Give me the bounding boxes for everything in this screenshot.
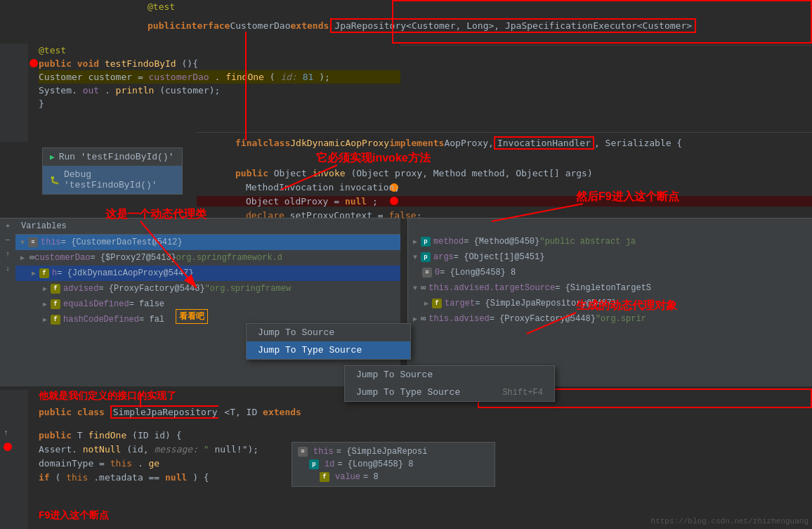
context-menu-1: Jump To Source Jump To Type Source [246,323,411,360]
var-row-this[interactable]: ▼ ≡ this = {CustomerDaoTest@5412} [15,235,400,250]
down-icon[interactable]: ↓ [6,264,11,273]
expand-icon-advised[interactable]: ▶ [41,285,49,293]
var-name-hashcode: hashCodeDefined [63,315,139,325]
run-label[interactable]: Run 'testFindoById()' [59,152,174,162]
expand-icon[interactable]: ▼ [18,238,27,247]
bottom-gutter: ↑ [0,390,28,529]
var-name-0: 0 [435,268,440,277]
var-row-args-0[interactable]: ≡ 0 = {Long@5458} 8 [408,265,812,280]
bottom-left-area: public class SimpleJpaRepository <T, ID … [0,390,302,529]
var-extra-customerDao: org.springframework.d [176,253,282,263]
var-row-method[interactable]: ▶ p method = {Method@5450} "public abstr… [408,234,812,249]
closing-brace-line: } [39,97,400,110]
debug-label[interactable]: Debug 'testFindoById()' [64,169,175,190]
var-name-h: h [52,268,57,278]
context-menu-2: Jump To Source Jump To Type Source Shift… [344,365,555,402]
expand-icon-h[interactable]: ▶ [30,269,38,277]
plus-icon[interactable]: + [6,222,11,230]
var-value-hashcode: = fal [139,315,164,325]
tooltip-value-id: = {Long@5458} 8 [337,459,413,469]
var-icon-list-0: ≡ [422,268,432,277]
jump-to-source-item[interactable]: Jump To Source [247,324,410,341]
var-icon-p-method: p [421,237,431,247]
jump-to-type-source-item-2[interactable]: Jump To Type Source Shift+F4 [345,384,554,401]
var-value-advised: = {ProxyFactory@5448} [98,284,204,294]
aop-class-line: final class JdkDynamicAopProxy implement… [197,133,812,152]
minus-icon[interactable]: − [6,236,11,244]
expand-icon-hashcode[interactable]: ▶ [41,315,49,324]
tooltip-name-value: value [335,472,360,482]
var-row-equals[interactable]: ▶ f equalsDefined = false [15,296,400,312]
var-icon-f-hashcode: f [51,315,60,325]
class-name-text: CustomerDao [230,20,290,31]
var-value-method: = {Method@5450} [464,237,539,247]
tooltip-icon-id: p [309,459,319,469]
expand-icon-equals[interactable]: ▶ [41,300,49,308]
invoke-line: public Object invoke (Object proxy, Meth… [197,168,812,178]
tooltip-name-this: this [313,447,334,457]
run-debug-menu: ▶ Run 'testFindoById()' 🐛 Debug 'testFin… [42,148,183,195]
var-icon-f-advised: f [51,284,60,294]
simple-jpa-line: public class SimpleJpaRepository <T, ID … [0,405,302,419]
var-icon-f-h: f [39,268,49,278]
kw-public: public [39,58,77,69]
annotation-line: @test [148,1,175,12]
tooltip-row-this: ≡ this = {SimpleJpaReposi [295,445,492,458]
expand-icon-target[interactable]: ▶ [422,299,431,308]
main-container: @test public interface CustomerDao exten… [0,0,812,529]
expand-icon-2[interactable]: ▶ [18,254,27,262]
var-value-ts: = {SingletonTargetS [555,283,651,293]
println-line: System. out . println (customer); [39,84,400,97]
tooltip-icon-this: ≡ [298,447,308,457]
var-name-target: target [445,299,475,308]
debug-menu-item[interactable]: 🐛 Debug 'testFindoById()' [43,166,182,194]
var-icon-list: ≡ [28,237,38,247]
customer-line: Customer customer = customerDao . findOn… [39,70,400,84]
top-code-area: @test public interface CustomerDao exten… [0,0,812,46]
run-icon: ▶ [50,152,55,162]
var-value-equals: = false [129,299,164,309]
var-row-advised[interactable]: ▶ f advised = {ProxyFactory@5448} "org.s… [15,281,400,296]
var-value-0: = {Long@5458} 8 [440,268,516,277]
expand-icon-ts[interactable]: ▼ [411,284,419,292]
jump-to-type-source-item[interactable]: Jump To Type Source [247,341,410,359]
var-name-args: args [433,252,454,262]
invoke-annotation: 它必须实现invoke方法 [316,151,431,166]
var-name-ta: this.advised [428,314,489,324]
extends-types-box: JpaRepository<Customer, Long>, JpaSpecif… [330,18,696,33]
extends-keyword: extends [291,20,329,31]
expand-icon-method[interactable]: ▶ [411,237,419,246]
var-row-customerDao[interactable]: ▶ ∞ customerDao = {$Proxy27@5413} org.sp… [15,250,400,266]
var-row-this-advised[interactable]: ▶ ∞ this.advised = {ProxyFactory@5448} "… [408,311,812,327]
jump-to-source-label-2: Jump To Source [356,370,433,380]
simple-jpa-name: SimpleJpaRepository [110,405,219,419]
up-arrow: ↑ [4,429,8,437]
var-row-args[interactable]: ▼ p args = {Object[1]@5451} [408,249,812,265]
up-icon[interactable]: ↑ [6,250,11,259]
breakpoint-indicator [30,59,38,67]
method-name: testFindoById [105,58,176,69]
var-icon-f-equals: f [51,299,60,309]
var-value-args: = {Object[1]@5451} [454,252,545,262]
breakpoint-dot-4 [4,443,12,451]
watermark: https://blog.csdn.net/zhizhenguang [651,517,808,525]
expand-icon-args[interactable]: ▼ [411,253,419,261]
variables-panel: + − ↑ ↓ Variables ▼ ≡ this = {CustomerDa… [0,218,400,386]
simple-jpa-line-area: public class SimpleJpaRepository <T, ID … [0,405,302,421]
var-row-target-source[interactable]: ▼ ∞ this.advised.targetSource = {Singlet… [408,280,812,296]
var-row-h[interactable]: ▶ f h = {JdkDynamicAopProxy@5447} [15,266,400,281]
see-annotation: 看看吧 [176,309,208,324]
invocation-handler-box: InvocationHandler [494,136,594,150]
test-method-code: @test public void testFindoById (){ Cust… [39,44,400,110]
tooltip-popup: ≡ this = {SimpleJpaReposi p id = {Long@5… [292,442,495,487]
jump-to-source-item-2[interactable]: Jump To Source [345,366,554,384]
test-method-area: @test public void testFindoById (){ Cust… [0,44,400,142]
var-name-method: method [433,237,464,247]
expand-icon-ta[interactable]: ▶ [411,315,419,323]
customer-dao-var: customerDao [149,72,209,82]
var-name-advised: advised [63,284,98,294]
var-name-customerDao: customerDao [34,253,90,263]
tooltip-row-value: f value = 8 [295,471,492,483]
interface-declaration-line: public interface CustomerDao extends Jpa… [0,15,812,35]
run-menu-item[interactable]: ▶ Run 'testFindoById()' [43,148,182,166]
